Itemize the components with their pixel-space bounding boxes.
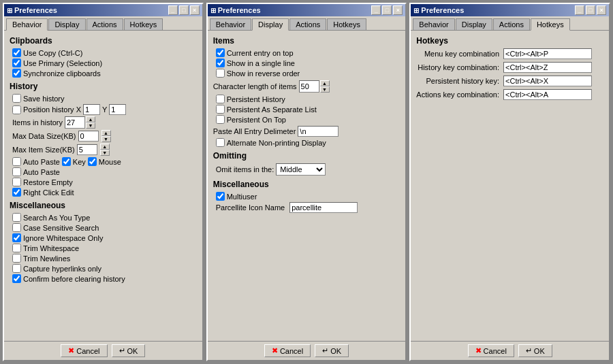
title-behavior: Preferences <box>14 6 57 14</box>
char-length-label: Character length of items <box>213 82 297 90</box>
use-copy-check[interactable] <box>12 48 21 57</box>
ignore-whitespace-check[interactable] <box>12 233 21 242</box>
minimize-btn-display[interactable]: _ <box>371 5 381 15</box>
tab-bar-hotkeys: Behavior Display Actions Hotkeys <box>411 16 609 31</box>
history-key-input[interactable] <box>503 62 592 73</box>
cancel-button-display[interactable]: ✖ Cancel <box>264 344 311 357</box>
search-as-type-check[interactable] <box>12 213 21 222</box>
spin-up-item[interactable]: ▲ <box>100 144 110 150</box>
menu-key-input[interactable] <box>503 48 592 59</box>
max-item-input[interactable] <box>77 144 97 155</box>
trim-newlines-check[interactable] <box>12 254 21 263</box>
behavior-content: Clipboards Use Copy (Ctrl-C) Use Primary… <box>4 31 202 341</box>
right-click-edit-check[interactable] <box>12 188 21 197</box>
spin-up-data[interactable]: ▲ <box>101 130 111 136</box>
keyboard-input-check[interactable] <box>12 167 21 176</box>
position-history-check[interactable] <box>12 105 21 114</box>
list-item: Auto Paste <box>12 167 197 176</box>
tab-hotkeys-behavior[interactable]: Behavior <box>413 18 454 30</box>
persistent-history-check[interactable] <box>216 95 225 103</box>
spin-down-data[interactable]: ▼ <box>101 136 111 142</box>
list-item: Trim Whitespace <box>12 244 197 252</box>
tab-hotkeys-actions[interactable]: Actions <box>493 18 530 30</box>
auto-paste-check[interactable] <box>12 157 21 166</box>
current-entry-top-check[interactable] <box>216 48 225 57</box>
tab-behavior-behavior[interactable]: Behavior <box>6 18 48 31</box>
tab-behavior-actions[interactable]: Actions <box>87 18 123 30</box>
trim-whitespace-check[interactable] <box>12 244 21 252</box>
cancel-label-display: Cancel <box>280 347 303 355</box>
title-display: Preferences <box>218 6 261 14</box>
restore-empty-check[interactable] <box>12 178 21 186</box>
spin-down-char[interactable]: ▼ <box>320 86 330 93</box>
char-length-input[interactable] <box>299 80 319 93</box>
tab-display-actions[interactable]: Actions <box>289 18 326 30</box>
tab-display-display[interactable]: Display <box>252 18 289 31</box>
omit-select[interactable]: Beginning Middle End <box>276 163 326 176</box>
list-item: Trim Newlines <box>12 254 197 263</box>
maximize-btn-display[interactable]: □ <box>382 5 392 15</box>
list-item: Synchronize clipboards <box>12 69 197 78</box>
spin-up[interactable]: ▲ <box>86 116 95 122</box>
reverse-order-check[interactable] <box>216 69 225 78</box>
close-btn-display[interactable]: × <box>393 5 403 15</box>
key-label: Key <box>73 158 86 166</box>
paste-delim-input[interactable] <box>298 126 339 137</box>
cancel-button-behavior[interactable]: ✖ Cancel <box>61 344 107 357</box>
persistent-key-input[interactable] <box>503 76 592 86</box>
y-label: Y <box>102 105 107 114</box>
maximize-btn-hotkeys[interactable]: □ <box>586 5 595 15</box>
multiuser-check[interactable] <box>216 192 225 201</box>
max-data-input[interactable] <box>78 131 99 142</box>
right-click-edit-label: Right Click Edit <box>23 188 74 197</box>
cancel-button-hotkeys[interactable]: ✖ Cancel <box>468 344 514 357</box>
maximize-btn[interactable]: □ <box>179 5 189 15</box>
sync-clipboards-check[interactable] <box>12 69 21 78</box>
paste-delim-label: Paste All Entry Delimeter <box>213 127 296 135</box>
position-y-input[interactable] <box>109 104 126 115</box>
ok-button-display[interactable]: ↵ OK <box>315 344 349 357</box>
alt-nonprint-check[interactable] <box>216 138 225 147</box>
max-data-label: Max Data Size(KB) <box>12 132 76 140</box>
ok-icon-display: ↵ <box>322 346 328 355</box>
save-history-check[interactable] <box>12 94 21 103</box>
single-line-check[interactable] <box>216 59 225 67</box>
spin-down[interactable]: ▼ <box>86 122 95 129</box>
tab-hotkeys-display[interactable]: Display <box>456 18 492 30</box>
case-sensitive-check[interactable] <box>12 223 21 232</box>
section-items: Items <box>213 36 400 46</box>
icon-name-input[interactable] <box>289 202 358 213</box>
tab-display-hotkeys[interactable]: Hotkeys <box>327 18 366 30</box>
persistent-key-label: Persistent history key: <box>416 77 499 85</box>
tab-hotkeys-hotkeys[interactable]: Hotkeys <box>531 18 570 31</box>
actions-key-label: Actions key combination: <box>416 90 499 99</box>
persistent-separate-check[interactable] <box>216 105 225 114</box>
spin-down-item[interactable]: ▼ <box>100 150 110 156</box>
capture-hyperlinks-check[interactable] <box>12 264 21 273</box>
items-history-input[interactable] <box>65 116 85 129</box>
spin-up-char[interactable]: ▲ <box>320 80 330 86</box>
close-btn[interactable]: × <box>190 5 200 15</box>
char-length-row: Character length of items ▲ ▼ <box>213 80 400 93</box>
footer-display: ✖ Cancel ↵ OK <box>208 341 406 360</box>
mouse-check[interactable] <box>88 157 97 166</box>
ok-button-hotkeys[interactable]: ↵ OK <box>518 344 552 357</box>
position-x-input[interactable] <box>83 104 100 115</box>
confirm-clearing-check[interactable] <box>12 274 21 283</box>
tab-behavior-hotkeys[interactable]: Hotkeys <box>124 18 163 30</box>
actions-key-input[interactable] <box>503 89 592 100</box>
minimize-btn-hotkeys[interactable]: _ <box>575 5 584 15</box>
tab-behavior-display[interactable]: Display <box>48 18 85 30</box>
list-item: Alternate Non-printing Display <box>216 138 400 147</box>
ok-button-behavior[interactable]: ↵ OK <box>112 344 146 357</box>
close-btn-hotkeys[interactable]: × <box>597 5 606 15</box>
tab-display-behavior[interactable]: Behavior <box>210 18 251 30</box>
use-primary-check[interactable] <box>12 59 21 67</box>
persistent-top-check[interactable] <box>216 115 225 124</box>
hotkeys-window: ⊞ Preferences _ □ × Behavior Display Act… <box>409 3 610 361</box>
minimize-btn[interactable]: _ <box>168 5 178 15</box>
list-item: Current entry on top <box>216 48 400 57</box>
section-misc-behavior: Miscellaneous <box>10 201 197 210</box>
list-item: Persistent History <box>216 95 400 103</box>
key-check[interactable] <box>62 157 71 166</box>
